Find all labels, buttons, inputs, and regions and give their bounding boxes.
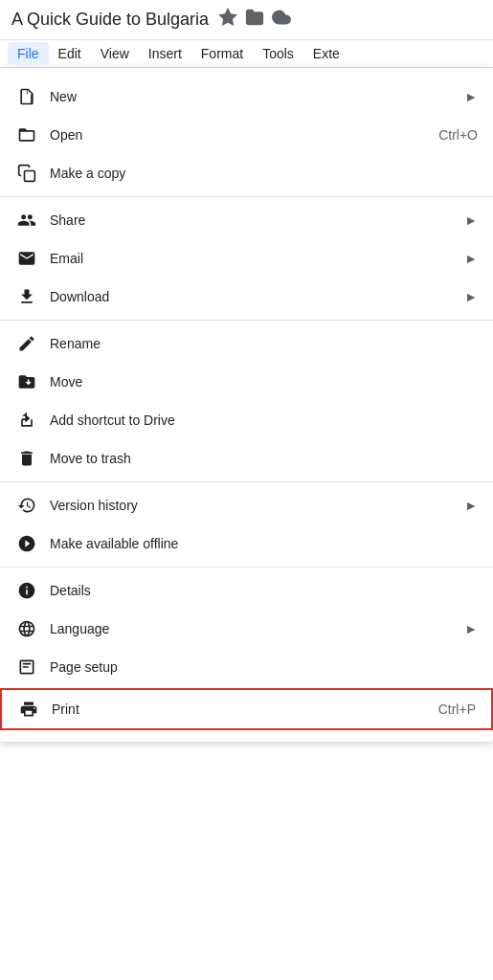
menu-item-language[interactable]: Language ► <box>0 610 493 648</box>
make-copy-label: Make a copy <box>50 166 478 181</box>
share-icon <box>15 209 38 232</box>
menu-section-3: Rename Move Add shortcut to Drive <box>0 321 493 482</box>
page-setup-icon <box>15 656 38 679</box>
language-arrow: ► <box>464 621 478 636</box>
email-icon <box>15 247 38 270</box>
menu-item-email[interactable]: Email ► <box>0 239 493 278</box>
menu-item-rename[interactable]: Rename <box>0 324 493 363</box>
menu-item-details[interactable]: Details <box>0 571 493 610</box>
print-shortcut: Ctrl+P <box>438 702 476 717</box>
folder-open-icon <box>15 123 38 146</box>
menu-item-version-history[interactable]: Version history ► <box>0 486 493 524</box>
menu-format[interactable]: Format <box>191 42 253 65</box>
menu-item-download[interactable]: Download ► <box>0 278 493 316</box>
title-icons <box>218 8 291 32</box>
add-shortcut-label: Add shortcut to Drive <box>50 412 478 428</box>
print-label: Print <box>52 702 427 717</box>
menu-item-open[interactable]: Open Ctrl+O <box>0 116 493 154</box>
menu-extensions[interactable]: Exte <box>303 42 349 65</box>
menu-file[interactable]: File <box>8 42 49 65</box>
menu-view[interactable]: View <box>91 42 139 65</box>
details-label: Details <box>50 583 478 598</box>
menu-section-4: Version history ► Make available offline <box>0 482 493 568</box>
open-shortcut: Ctrl+O <box>438 127 478 143</box>
rename-label: Rename <box>50 336 478 351</box>
svg-rect-1 <box>25 171 35 182</box>
menu-item-new[interactable]: New ► <box>0 78 493 116</box>
version-history-arrow: ► <box>464 498 478 513</box>
doc-title[interactable]: A Quick Guide to Bulgaria <box>11 10 209 30</box>
language-icon <box>15 617 38 640</box>
menu-edit[interactable]: Edit <box>49 42 91 65</box>
download-icon <box>15 285 38 308</box>
menu-tools[interactable]: Tools <box>253 42 303 65</box>
file-dropdown-menu: New ► Open Ctrl+O Make a copy <box>0 68 493 742</box>
menu-bar: File Edit View Insert Format Tools Exte <box>0 40 493 68</box>
menu-section-2: Share ► Email ► Download ► <box>0 197 493 321</box>
menu-insert[interactable]: Insert <box>139 42 191 65</box>
menu-item-move-trash[interactable]: Move to trash <box>0 439 493 478</box>
version-history-label: Version history <box>50 498 453 513</box>
menu-item-move[interactable]: Move <box>0 363 493 401</box>
title-bar: A Quick Guide to Bulgaria <box>0 0 493 40</box>
menu-item-print[interactable]: Print Ctrl+P <box>0 688 493 730</box>
open-label: Open <box>50 127 427 143</box>
rename-icon <box>15 332 38 355</box>
menu-item-page-setup[interactable]: Page setup <box>0 648 493 686</box>
cloud-icon[interactable] <box>272 8 291 32</box>
info-icon <box>15 579 38 602</box>
email-label: Email <box>50 251 453 266</box>
star-icon[interactable] <box>218 8 237 32</box>
version-icon <box>15 494 38 517</box>
move-icon <box>15 370 38 393</box>
new-doc-icon <box>15 85 38 108</box>
download-label: Download <box>50 289 453 304</box>
new-arrow: ► <box>464 89 478 104</box>
menu-item-share[interactable]: Share ► <box>0 201 493 239</box>
print-icon <box>17 698 40 721</box>
menu-item-offline[interactable]: Make available offline <box>0 524 493 563</box>
drive-shortcut-icon <box>15 409 38 432</box>
menu-item-add-shortcut[interactable]: Add shortcut to Drive <box>0 401 493 439</box>
download-arrow: ► <box>464 289 478 304</box>
email-arrow: ► <box>464 251 478 266</box>
new-label: New <box>50 89 453 104</box>
offline-label: Make available offline <box>50 536 478 551</box>
menu-section-1: New ► Open Ctrl+O Make a copy <box>0 74 493 197</box>
copy-icon <box>15 162 38 185</box>
menu-item-make-copy[interactable]: Make a copy <box>0 154 493 192</box>
language-label: Language <box>50 621 453 636</box>
trash-icon <box>15 447 38 470</box>
share-arrow: ► <box>464 212 478 228</box>
menu-section-5: Details Language ► Page setup <box>0 568 493 736</box>
offline-icon <box>15 532 38 555</box>
svg-marker-0 <box>220 10 236 25</box>
folder-upload-icon[interactable] <box>245 8 264 32</box>
page-setup-label: Page setup <box>50 659 478 675</box>
share-label: Share <box>50 212 453 228</box>
move-trash-label: Move to trash <box>50 451 478 466</box>
move-label: Move <box>50 374 478 390</box>
